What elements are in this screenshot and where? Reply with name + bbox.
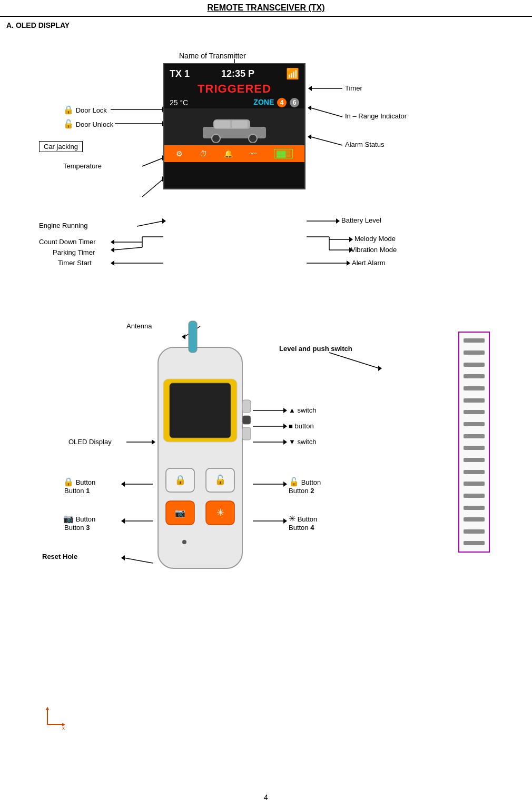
svg-marker-7 bbox=[308, 134, 311, 139]
count-down-timer-label: Count Down Timer bbox=[39, 238, 96, 246]
svg-text:🔒: 🔒 bbox=[174, 474, 186, 486]
up-switch-label: ▲ switch bbox=[289, 406, 317, 414]
door-lock-label: 🔒 Door Lock bbox=[63, 105, 107, 115]
side-bar-15 bbox=[464, 506, 485, 510]
side-bar-4 bbox=[464, 374, 485, 378]
button3-num: Button 3 bbox=[64, 524, 90, 532]
timer-start-label: Timer Start bbox=[58, 259, 92, 267]
remote-body-svg: 🔒 🔓 📷 ✳ bbox=[147, 316, 253, 579]
svg-rect-66 bbox=[170, 383, 231, 438]
oled-temp-value: 25 °C bbox=[170, 98, 188, 107]
button4-label: ✳ Button Button 4 bbox=[289, 514, 317, 532]
side-bar-10 bbox=[464, 446, 485, 450]
side-bar-8 bbox=[464, 422, 485, 426]
svg-line-12 bbox=[137, 221, 163, 226]
in-range-indicator-label: In – Range Indicator bbox=[345, 112, 407, 120]
side-bar-16 bbox=[464, 517, 485, 522]
side-bar-5 bbox=[464, 386, 485, 390]
svg-marker-57 bbox=[283, 482, 287, 487]
side-panel bbox=[458, 332, 490, 553]
oled-zone-num1: 4 bbox=[277, 98, 287, 107]
button1-lock-icon: 🔒 bbox=[63, 477, 74, 486]
svg-marker-3 bbox=[308, 86, 312, 91]
svg-marker-45 bbox=[378, 366, 382, 371]
svg-text:🔓: 🔓 bbox=[214, 474, 226, 486]
button1-label: 🔒 Button Button 1 bbox=[63, 477, 95, 495]
svg-line-4 bbox=[311, 108, 342, 117]
side-bar-14 bbox=[464, 494, 485, 498]
oled-icon-vibrate: 〰 bbox=[250, 149, 257, 158]
svg-text:📷: 📷 bbox=[175, 508, 185, 518]
car-svg bbox=[198, 111, 271, 143]
name-of-transmitter-label: Name of Transmitter bbox=[179, 52, 246, 60]
svg-marker-13 bbox=[162, 218, 166, 224]
button2-num: Button 2 bbox=[289, 487, 314, 495]
svg-point-38 bbox=[212, 134, 220, 143]
side-bar-6 bbox=[464, 398, 485, 403]
timer-label: Timer bbox=[345, 84, 362, 92]
svg-line-6 bbox=[311, 137, 342, 145]
svg-line-10 bbox=[142, 179, 163, 197]
alarm-status-label: Alarm Status bbox=[345, 141, 384, 148]
oled-zone-num2: 6 bbox=[290, 98, 299, 107]
side-bar-2 bbox=[464, 350, 485, 355]
svg-line-8 bbox=[142, 158, 163, 166]
button3-cam-icon: 📷 bbox=[63, 514, 74, 523]
svg-marker-25 bbox=[349, 237, 353, 242]
oled-top-row: TX 1 12:35 P 📶 bbox=[164, 64, 304, 81]
engine-running-label: Engine Running bbox=[39, 222, 88, 229]
svg-line-20 bbox=[113, 247, 142, 250]
svg-marker-53 bbox=[283, 439, 287, 445]
side-bar-18 bbox=[464, 541, 485, 545]
axis-icon: x bbox=[42, 704, 68, 733]
button2-label: 🔓 Button Button 2 bbox=[289, 477, 321, 495]
oled-range-icon: 📶 bbox=[286, 67, 299, 80]
svg-marker-21 bbox=[111, 247, 114, 253]
oled-battery-icon: ▓▓▒ bbox=[274, 149, 293, 158]
svg-marker-15 bbox=[336, 218, 340, 224]
parking-timer-label: Parking Timer bbox=[53, 248, 95, 256]
side-bar-3 bbox=[464, 363, 485, 367]
down-switch-label: ▼ switch bbox=[289, 438, 317, 446]
vibration-mode-label: Vibration Mode bbox=[351, 246, 397, 254]
remote-section: Antenna Level and push switch OLED Displ… bbox=[0, 300, 532, 626]
door-lock-icon: 🔒 bbox=[63, 105, 74, 114]
svg-marker-19 bbox=[111, 239, 114, 245]
svg-rect-79 bbox=[242, 427, 251, 440]
oled-display-section: Name of Transmitter Timer In – Range Ind… bbox=[0, 32, 532, 295]
button4-num: Button 4 bbox=[289, 524, 314, 532]
svg-marker-59 bbox=[121, 518, 125, 524]
svg-marker-29 bbox=[111, 260, 114, 266]
svg-rect-67 bbox=[189, 321, 197, 353]
oled-car-image bbox=[164, 108, 304, 145]
side-bar-7 bbox=[464, 410, 485, 414]
button4-star-icon: ✳ bbox=[289, 514, 295, 523]
door-unlock-label: 🔓 Door Unlock bbox=[63, 119, 113, 129]
svg-rect-40 bbox=[214, 121, 230, 128]
svg-marker-81 bbox=[46, 707, 49, 710]
oled-display-label: OLED Display bbox=[68, 438, 112, 446]
side-bar-13 bbox=[464, 482, 485, 486]
svg-text:✳: ✳ bbox=[216, 507, 224, 518]
remote-arrows-svg bbox=[0, 300, 532, 626]
reset-hole-label: Reset Hole bbox=[42, 553, 77, 560]
oled-tx-label: TX 1 bbox=[170, 68, 190, 79]
svg-line-44 bbox=[329, 353, 379, 368]
alert-alarm-label: Alert Alarm bbox=[352, 259, 386, 267]
section-a-title: A. OLED DISPLAY bbox=[0, 17, 532, 32]
axis-svg: x bbox=[42, 704, 68, 730]
oled-icon-engine: ⚙ bbox=[176, 149, 183, 158]
svg-marker-61 bbox=[283, 518, 287, 524]
battery-level-label: Battery Level bbox=[341, 216, 381, 224]
oled-triggered-text: TRIGGERED bbox=[164, 81, 304, 97]
svg-rect-77 bbox=[242, 400, 251, 413]
melody-mode-label: Melody Mode bbox=[354, 235, 396, 243]
page-number: 4 bbox=[264, 793, 268, 801]
svg-marker-55 bbox=[121, 482, 125, 487]
oled-temp-zone-row: 25 °C ZONE 4 6 bbox=[164, 97, 304, 108]
svg-marker-49 bbox=[283, 408, 287, 413]
svg-marker-63 bbox=[121, 555, 125, 560]
svg-rect-41 bbox=[232, 121, 248, 128]
square-button-label: ■ button bbox=[289, 422, 314, 430]
side-bar-17 bbox=[464, 529, 485, 534]
